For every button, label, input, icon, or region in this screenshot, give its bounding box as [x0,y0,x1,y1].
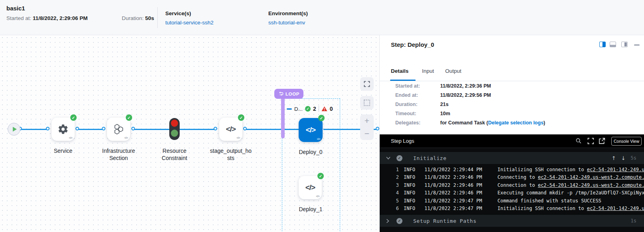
pipeline-name: basic1 [6,5,25,12]
edge-connector [131,127,135,130]
traffic-light-red [171,120,178,127]
icon-fill [610,45,616,47]
marquee-select-icon [363,99,371,106]
section-duration: 5s [631,155,636,161]
detail-row: Duration: 21s [395,102,448,107]
log-section-initialize[interactable]: ✓ Initialize ↑ ↓ 5s [380,152,644,164]
edge [134,129,169,130]
edge [78,129,104,130]
loop-badge: LOOP [274,89,303,99]
code-icon: </> [226,125,236,134]
detail-row: Ended at: 11/8/2022, 2:29:56 PM [395,92,491,98]
tabs-divider [380,81,644,81]
pipeline-canvas[interactable]: </> ✓ Service </> ✓ Infrastructure Secti… [0,35,379,232]
icon-fill [602,42,605,47]
panel-title: Step: Deploy_0 [391,41,434,48]
success-badge: ✓ [126,114,132,121]
edge-connector [102,127,105,130]
chevron-down-icon [386,156,391,160]
success-badge: ✓ [317,173,324,179]
count-divider [319,106,319,112]
view-bottom-icon[interactable] [610,42,616,47]
log-line: 1 INFO 11/8/2022 2:29:44 PM Initializing… [380,166,644,174]
log-line: 4 INFO 11/8/2022 2:29:46 PM Executing co… [380,189,644,197]
log-search-button[interactable] [575,138,582,144]
detail-row-delegates: Delegates: for Command Task (Delegate se… [395,120,545,126]
loop-header: D... ✓ 2 0 [287,106,333,112]
fail-count: 0 [330,106,333,112]
step-logs-console: Step Logs Console View [380,134,644,232]
edge-connector [243,127,247,130]
node-label: Resource Constraint [151,147,198,162]
services-block: Service(s) tutorial-service-ssh2 [165,10,214,26]
section-duration: 1s [631,218,636,224]
step-logs-title: Step Logs [391,138,414,144]
loop-container [282,98,340,232]
console-view-button[interactable]: Console View [611,137,642,146]
view-split-right-icon[interactable] [599,42,606,47]
edge [180,129,216,130]
canvas-zoom-controls: + − [360,114,374,140]
minimize-panel-button[interactable] [634,44,640,46]
node-infrastructure[interactable]: </> [107,118,130,141]
edge [21,129,48,130]
log-line: 2 INFO 11/8/2022 2:29:46 PM Connecting t… [380,174,644,182]
log-line: 6 INFO 11/8/2022 2:29:47 PM Initializing… [380,205,644,213]
success-count: 2 [313,106,316,112]
loop-bar [281,95,285,138]
zoom-in-button[interactable]: + [365,116,369,126]
success-badge: ✓ [70,114,77,121]
step-details-panel: Step: Deploy_0 Details Input Output Star… [379,35,644,232]
zoom-out-button[interactable]: − [365,128,369,139]
node-service[interactable]: </> [52,118,75,141]
code-icon: </> [69,136,72,139]
log-section-setup-runtime-paths[interactable]: ✓ Setup Runtime Paths 1s [380,215,644,227]
host-link[interactable]: ec2-54-201-142-249.u [587,167,644,172]
duration: Duration: 50s [122,15,154,21]
scroll-bottom-button[interactable]: ↓ [621,155,626,161]
node-stage-output-hosts[interactable]: </> </> [219,118,242,141]
node-resource-constraint[interactable] [169,118,180,140]
edge-connector [46,127,50,130]
section-success-icon: ✓ [396,218,402,224]
log-line: 3 INFO 11/8/2022 2:29:46 PM Connection t… [380,181,644,189]
collapse-icon[interactable] [287,108,292,110]
hexagons-icon [113,123,124,135]
canvas-select-button[interactable] [360,96,374,110]
external-link-icon [598,138,605,144]
log-lines: 1 INFO 11/8/2022 2:29:44 PM Initializing… [380,166,644,212]
tab-details[interactable]: Details [391,68,408,74]
warning-icon [321,106,327,112]
node-label: stage_output_hosts [210,147,252,162]
edge-connector [214,127,217,130]
gear-icon [57,124,69,135]
code-icon: </> [236,136,240,139]
open-in-new-tab-button[interactable] [598,138,605,144]
success-badge: ✓ [238,114,244,121]
loop-group-label: D... [294,106,303,112]
node-label: Service [39,147,87,154]
host-link[interactable]: ec2-54-201-142-249.u [587,206,644,211]
host-link[interactable]: ec2-54-201-142-249.us-west-2.compute. [538,182,644,188]
play-icon [13,127,17,132]
scroll-top-button[interactable]: ↑ [612,155,616,161]
log-fullscreen-button[interactable] [587,138,594,144]
edge-connector [75,127,79,130]
log-line: 5 INFO 11/8/2022 2:29:47 PM Command fini… [380,197,644,205]
canvas-fullscreen-button[interactable] [360,77,374,91]
started-at: Started at: 11/8/2022, 2:29:06 PM [6,15,87,21]
pipeline-start-node [8,123,20,136]
execution-header: basic1 Started at: 11/8/2022, 2:29:06 PM… [0,0,644,35]
service-link[interactable]: tutorial-service-ssh2 [165,20,214,26]
environment-link[interactable]: ssh-tutorial-env [268,20,305,26]
delegate-selection-logs-link[interactable]: Delegate selection logs [488,120,543,126]
detail-row: Timeout: 10m [395,111,450,116]
fullscreen-icon [364,81,370,87]
host-link[interactable]: ec2-54-201-142-249.us-west-2.compute. [538,174,644,180]
header-divider [157,7,158,28]
tab-input[interactable]: Input [422,68,434,74]
edge-connector [376,127,379,130]
tab-output[interactable]: Output [445,68,462,74]
node-label: Infrastructure Section [95,147,143,162]
view-right-icon[interactable] [621,42,628,47]
